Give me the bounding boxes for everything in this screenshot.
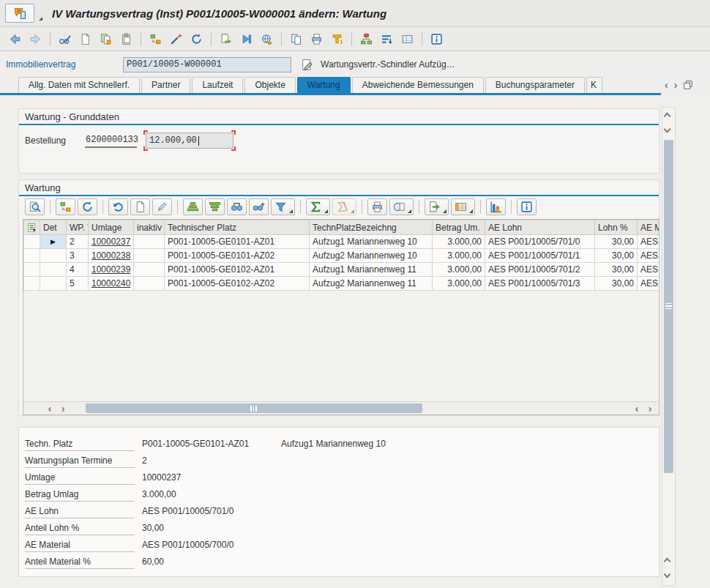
tab-objekte[interactable]: Objekte	[244, 77, 295, 93]
tab-konditionen-clipped[interactable]: K	[586, 77, 602, 93]
tab-scroll-left-icon[interactable]: ‹	[665, 78, 668, 92]
create-button[interactable]	[76, 31, 94, 48]
row-select-cell[interactable]	[24, 263, 40, 277]
filter-button[interactable]	[271, 198, 295, 215]
cell-umlage[interactable]: 10000238	[89, 249, 134, 263]
cell-ae-material[interactable]: AES	[638, 277, 660, 291]
chart-button[interactable]	[486, 198, 506, 215]
scroll-left-icon[interactable]: ‹	[44, 402, 56, 414]
undo-transport-button[interactable]	[328, 31, 346, 48]
scroll-left-icon[interactable]: ‹	[631, 402, 643, 414]
table-row[interactable]: 3 10000238 P001-10005-GE0101-AZ02 Aufzug…	[24, 249, 660, 263]
cell-det[interactable]	[40, 263, 67, 277]
vertical-scroll-thumb[interactable]	[664, 140, 673, 473]
contract-label[interactable]: Immobilienvertrag	[6, 59, 123, 70]
paste-button[interactable]	[117, 31, 135, 48]
cell-bezeichnung[interactable]: Aufzug1 Mariannenweg 10	[310, 235, 433, 249]
table-row[interactable]: 4 10000239 P001-10005-GE0102-AZ01 Aufzug…	[24, 263, 660, 277]
tab-laufzeit[interactable]: Laufzeit	[192, 77, 243, 93]
vertical-scrollbar[interactable]	[662, 107, 676, 586]
cell-wp[interactable]: 3	[67, 249, 89, 263]
insert-row-button[interactable]	[130, 198, 150, 215]
bestellung-amount-input[interactable]: 12.000,00	[146, 133, 233, 149]
cell-bezeichnung[interactable]: Aufzug2 Mariannenweg 11	[310, 277, 433, 291]
display-change-button[interactable]	[56, 31, 74, 48]
table-row[interactable]: 5 10000240 P001-10005-GE0102-AZ02 Aufzug…	[24, 277, 660, 291]
tab-overview-icon[interactable]	[683, 80, 693, 90]
cell-betrag[interactable]: 3.000,00	[433, 263, 485, 277]
sort-ascending-button[interactable]	[183, 198, 203, 215]
cell-umlage[interactable]: 10000239	[89, 263, 134, 277]
cell-umlage[interactable]: 10000240	[89, 277, 134, 291]
find-button[interactable]	[227, 198, 247, 215]
copy-documents-button[interactable]	[287, 31, 305, 48]
scroll-down-icon[interactable]	[665, 124, 673, 134]
col-ae-material[interactable]: AE M	[638, 220, 660, 235]
cell-det[interactable]	[40, 249, 67, 263]
col-ae-lohn[interactable]: AE Lohn	[485, 220, 595, 235]
cell-lohn-pct[interactable]: 30,00	[595, 263, 638, 277]
scroll-down-icon[interactable]	[665, 569, 673, 579]
cell-bezeichnung[interactable]: Aufzug2 Mariannenweg 10	[310, 249, 433, 263]
cell-inaktiv[interactable]	[134, 235, 165, 249]
cell-wp[interactable]: 2	[67, 235, 89, 249]
cell-ae-material[interactable]: AES	[638, 249, 660, 263]
horizontal-scroll-thumb[interactable]	[86, 403, 422, 413]
scroll-up-icon[interactable]	[665, 556, 673, 566]
copy-button[interactable]	[97, 31, 115, 48]
cell-tech-platz[interactable]: P001-10005-GE0102-AZ01	[165, 263, 310, 277]
row-select-cell[interactable]	[24, 235, 40, 249]
scroll-right-icon[interactable]: ›	[57, 402, 69, 414]
sort-descending-button[interactable]	[205, 198, 225, 215]
tab-wartung[interactable]: Wartung	[297, 77, 351, 93]
web-service-button[interactable]	[258, 31, 276, 48]
cell-betrag[interactable]: 3.000,00	[433, 277, 485, 291]
execute-button[interactable]	[237, 31, 255, 48]
edit-row-button[interactable]	[152, 198, 172, 215]
cell-det[interactable]: ▶	[40, 235, 67, 249]
cell-ae-material[interactable]: AES	[638, 235, 660, 249]
display-change-table-button[interactable]	[56, 198, 75, 215]
tab-buchungsparameter[interactable]: Buchungsparameter	[485, 77, 585, 93]
cell-tech-platz[interactable]: P001-10005-GE0101-AZ02	[165, 249, 310, 263]
cell-umlage[interactable]: 10000237	[89, 235, 134, 249]
col-umlage[interactable]: Umlage	[89, 220, 134, 235]
col-technischer-platz[interactable]: Technischer Platz	[165, 220, 310, 235]
cell-bezeichnung[interactable]: Aufzug1 Mariannenweg 11	[310, 263, 433, 277]
row-select-cell[interactable]	[24, 277, 40, 291]
col-betrag-um[interactable]: Betrag Um.	[433, 220, 485, 235]
cell-lohn-pct[interactable]: 30,00	[595, 235, 638, 249]
select-all-header[interactable]	[24, 220, 40, 235]
cell-wp[interactable]: 4	[67, 263, 89, 277]
info-button[interactable]	[427, 31, 446, 48]
horizontal-scrollbar[interactable]: ‹ › ‹ ›	[23, 401, 659, 414]
subtotal-button[interactable]	[332, 198, 356, 215]
col-wp-t[interactable]: WP. T	[67, 220, 89, 235]
cell-ae-lohn[interactable]: AES P001/10005/701/0	[485, 235, 595, 249]
forward-button[interactable]	[26, 31, 45, 48]
details-button[interactable]	[25, 198, 45, 215]
contract-input[interactable]	[123, 57, 291, 72]
scroll-right-icon[interactable]: ›	[644, 402, 656, 414]
dropdown-arrow-icon[interactable]	[39, 17, 42, 21]
back-button[interactable]	[6, 31, 24, 48]
cell-lohn-pct[interactable]: 30,00	[595, 249, 638, 263]
table-row[interactable]: ▶ 2 10000237 P001-10005-GE0101-AZ01 Aufz…	[24, 235, 660, 249]
tab-scroll-right-icon[interactable]: ›	[674, 78, 678, 92]
cell-betrag[interactable]: 3.000,00	[433, 249, 485, 263]
scroll-up-icon[interactable]	[665, 111, 673, 121]
cell-betrag[interactable]: 3.000,00	[433, 235, 485, 249]
overview-list-button[interactable]	[378, 31, 396, 48]
refresh-table-button[interactable]	[78, 198, 97, 215]
tab-partner[interactable]: Partner	[141, 77, 190, 93]
cell-ae-material[interactable]: AES	[638, 263, 660, 277]
bestellung-number-field[interactable]: 6200000133	[85, 133, 137, 148]
services-for-object-button[interactable]	[5, 4, 34, 23]
org-chart-button[interactable]	[357, 31, 375, 48]
cell-ae-lohn[interactable]: AES P001/10005/701/1	[485, 249, 595, 263]
cell-inaktiv[interactable]	[134, 249, 165, 263]
cell-lohn-pct[interactable]: 30,00	[595, 277, 638, 291]
table-view-button[interactable]	[398, 31, 416, 48]
table-info-button[interactable]	[517, 198, 537, 215]
cell-tech-platz[interactable]: P001-10005-GE0101-AZ01	[165, 235, 310, 249]
